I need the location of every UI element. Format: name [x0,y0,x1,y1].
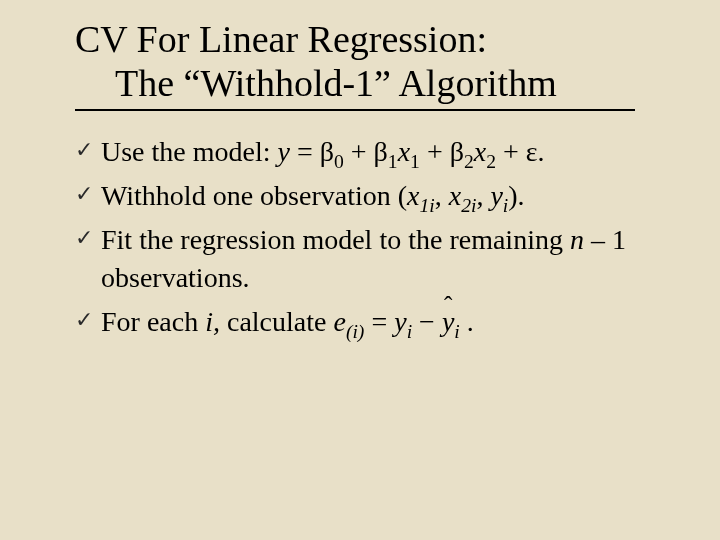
b4-after: calculate [220,306,333,337]
bullet-4-text: For each i, calculate e(i) = yi − yi . [101,303,655,343]
b1-y: y [278,136,290,167]
title-underline [75,109,635,111]
b3-n: n [570,224,584,255]
check-icon: ✓ [75,221,101,254]
check-icon: ✓ [75,133,101,166]
b1-s2a: 2 [464,151,474,172]
b4-i: i, [205,306,220,337]
f-eq: = [364,306,394,337]
b2-end: ). [508,180,524,211]
b2-lead: Withhold one observation ( [101,180,407,211]
f-es: (i) [346,321,365,342]
f-e: e [333,306,345,337]
residual-formula: e(i) = yi − yi [333,303,459,341]
title-line-1: CV For Linear Regression: [75,18,680,62]
b3-lead: Fit the regression model to the remainin… [101,224,570,255]
b1-s0: 0 [334,151,344,172]
bullet-1-text: Use the model: y = β0 + β1x1 + β2x2 + ε. [101,133,655,171]
title-line-2: The “Withhold-1” Algorithm [75,62,680,106]
bullet-3-text: Fit the regression model to the remainin… [101,221,655,297]
b2-m2: , [476,180,490,211]
slide: CV For Linear Regression: The “Withhold-… [0,0,720,540]
b2-x2: x [449,180,461,211]
b1-x1: x [398,136,410,167]
b1-t3: + β [420,136,464,167]
bullet-2-text: Withhold one observation (x1i, x2i, yi). [101,177,655,215]
b2-s1: 1i [419,195,434,216]
bullet-2: ✓ Withhold one observation (x1i, x2i, yi… [75,177,655,215]
b2-x1: x [407,180,419,211]
slide-body: ✓ Use the model: y = β0 + β1x1 + β2x2 + … [75,133,655,343]
b1-t4: + ε. [496,136,545,167]
b4-period: . [460,306,474,337]
b4-lead: For each [101,306,205,337]
check-icon: ✓ [75,177,101,210]
b2-y: y [490,180,502,211]
b1-s1b: 1 [410,151,420,172]
b1-t1: = β [290,136,334,167]
bullet-4: ✓ For each i, calculate e(i) = yi − yi . [75,303,655,343]
b1-lead: Use the model: [101,136,278,167]
bullet-3: ✓ Fit the regression model to the remain… [75,221,655,297]
f-minus: − [412,306,442,337]
b2-m1: , [435,180,449,211]
b1-s2b: 2 [486,151,496,172]
b2-s2: 2i [461,195,476,216]
b1-t2: + β [344,136,388,167]
f-y2s: i [454,321,459,342]
b1-s1a: 1 [388,151,398,172]
f-y1: y [394,306,406,337]
b1-x2: x [474,136,486,167]
check-icon: ✓ [75,303,101,336]
bullet-1: ✓ Use the model: y = β0 + β1x1 + β2x2 + … [75,133,655,171]
f-y2: y [442,303,454,341]
slide-title: CV For Linear Regression: The “Withhold-… [75,18,680,105]
